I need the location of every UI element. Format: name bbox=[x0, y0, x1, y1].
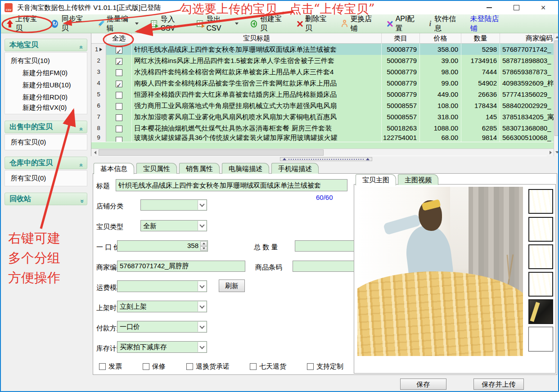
tab-basic-info[interactable]: 基本信息 bbox=[94, 163, 134, 174]
stepper-buttons[interactable] bbox=[200, 241, 207, 251]
sidebar-item-group-fm[interactable]: 新建分组FM(0) bbox=[23, 69, 68, 77]
minimize-button[interactable] bbox=[479, 1, 500, 14]
option-warranty[interactable]: 保修 bbox=[143, 362, 166, 371]
thumbnail-empty-slot[interactable] bbox=[528, 327, 553, 351]
vertical-scroll-thumb[interactable] bbox=[554, 41, 559, 136]
export-csv-dropdown-caret[interactable] bbox=[235, 23, 239, 25]
thumbnail-2[interactable] bbox=[528, 217, 553, 242]
seven-day-return-checkbox[interactable] bbox=[250, 363, 257, 370]
collapse-chevron-icon[interactable]: « bbox=[76, 127, 87, 131]
tab-pc-desc[interactable]: 电脑端描述 bbox=[222, 163, 269, 174]
dropdown-button[interactable] bbox=[198, 281, 206, 291]
shipping-template-select[interactable] bbox=[117, 280, 207, 292]
vertical-scrollbar[interactable] bbox=[554, 33, 559, 156]
payment-select[interactable]: 一口价 bbox=[117, 321, 207, 333]
thumbnail-5[interactable] bbox=[528, 299, 553, 324]
dropdown-button[interactable] bbox=[198, 221, 206, 230]
row-checkbox[interactable] bbox=[116, 47, 122, 54]
dropdown-button[interactable] bbox=[198, 342, 206, 352]
horizontal-scroll-thumb[interactable] bbox=[99, 149, 324, 156]
col-price[interactable]: 价格 bbox=[420, 33, 461, 44]
horizontal-scrollbar[interactable] bbox=[91, 149, 554, 156]
row-checkbox[interactable] bbox=[116, 92, 122, 99]
row-checkbox[interactable] bbox=[116, 114, 122, 121]
delete-item-button[interactable]: 删除宝贝 bbox=[296, 14, 329, 33]
table-row[interactable]: 9 玻璃拔火罐拔罐器具36个传统拔火罐套装火罐加厚家用玻璃罐拔火罐 122754… bbox=[91, 134, 554, 142]
sidebar-section-local[interactable]: 本地宝贝« bbox=[5, 39, 87, 51]
collapse-chevron-icon[interactable]: « bbox=[76, 45, 87, 49]
sidebar-item-all-selling[interactable]: 所有宝贝(0) bbox=[11, 138, 46, 147]
col-quantity[interactable]: 数量 bbox=[461, 33, 500, 44]
option-return-promise[interactable]: 退换货承诺 bbox=[186, 362, 230, 371]
stepper-up-button[interactable] bbox=[200, 241, 207, 246]
sidebar-section-recycle[interactable]: 回收站« bbox=[5, 193, 87, 205]
stock-count-select[interactable]: 买家拍下减库存 bbox=[117, 341, 207, 353]
sidebar-item-all-warehouse[interactable]: 所有宝贝(0) bbox=[11, 174, 46, 183]
col-title[interactable]: 宝贝标题 bbox=[132, 33, 382, 44]
thumbnail-4[interactable] bbox=[528, 272, 553, 297]
table-row[interactable]: 3 水洗棉四件套纯棉全棉宿舍网红款床单被套床上用品单人床三件套4 5000877… bbox=[91, 66, 554, 77]
tab-sale-attrs[interactable]: 销售属性 bbox=[179, 163, 220, 174]
dropdown-button[interactable] bbox=[198, 322, 206, 332]
scroll-up-button[interactable] bbox=[554, 33, 559, 41]
table-row[interactable]: 8 日本樱花抽油烟机燃气灶煤气灶具热水器消毒柜套餐 厨房三件套装 5001826… bbox=[91, 122, 554, 134]
shop-category-select[interactable] bbox=[140, 199, 207, 211]
row-checkbox[interactable] bbox=[116, 126, 122, 132]
import-csv-button[interactable]: 导入CSV bbox=[151, 15, 185, 32]
dropdown-button[interactable] bbox=[198, 200, 206, 210]
row-checkbox[interactable] bbox=[116, 69, 122, 76]
sidebar-item-all-local[interactable]: 所有宝贝(10) bbox=[11, 57, 50, 65]
software-info-button[interactable]: i软件信息 bbox=[429, 14, 458, 33]
collapse-chevron-icon[interactable]: « bbox=[76, 163, 87, 167]
batch-edit-dropdown-caret[interactable] bbox=[135, 23, 139, 25]
splitter-bar[interactable] bbox=[91, 156, 559, 162]
option-invoice[interactable]: 发票 bbox=[99, 362, 122, 371]
sidebar-section-selling[interactable]: 出售中的宝贝« bbox=[5, 121, 87, 133]
scroll-left-button[interactable] bbox=[91, 149, 99, 156]
merchant-code-input[interactable]: 576877071742_屑脝脝 bbox=[117, 261, 245, 272]
scroll-right-button[interactable] bbox=[547, 149, 554, 156]
main-product-photo[interactable] bbox=[357, 187, 523, 356]
option-7day-return[interactable]: 七天退货 bbox=[250, 362, 286, 371]
item-type-select[interactable]: 全新 bbox=[140, 220, 207, 231]
row-checkbox[interactable] bbox=[116, 137, 122, 142]
sidebar-section-warehouse[interactable]: 仓库中的宝贝« bbox=[5, 157, 87, 169]
stepper-down-button[interactable] bbox=[200, 246, 207, 251]
save-button[interactable]: 保存 bbox=[400, 378, 446, 390]
expand-chevron-icon[interactable]: « bbox=[76, 199, 87, 203]
table-row[interactable]: 2 网红水洗棉ins风床上用品四件套1.5被套床单人学生宿舍被子三件套 5000… bbox=[91, 55, 554, 66]
row-checkbox[interactable] bbox=[116, 103, 122, 110]
maximize-button[interactable] bbox=[506, 1, 527, 14]
table-row[interactable]: 4 南极人四件套全棉纯棉床品被套学生宿舍三件套网红款床单床上用品 5000877… bbox=[91, 77, 554, 89]
sync-item-button[interactable]: ↻同步宝贝 bbox=[51, 14, 85, 33]
warranty-checkbox[interactable] bbox=[143, 363, 149, 370]
col-category[interactable]: 类目 bbox=[382, 33, 420, 44]
splitter-handle[interactable] bbox=[280, 157, 372, 161]
upload-item-button[interactable]: 上传宝贝 bbox=[6, 14, 39, 33]
listing-time-select[interactable]: 立刻上架 bbox=[117, 301, 207, 312]
scroll-down-button[interactable] bbox=[554, 149, 559, 156]
row-checkbox[interactable] bbox=[116, 81, 122, 87]
batch-edit-button[interactable]: 批量编辑 bbox=[98, 14, 131, 33]
col-code[interactable]: 商家编码 bbox=[500, 33, 554, 44]
tab-mobile-desc[interactable]: 手机端描述 bbox=[271, 163, 319, 174]
table-row[interactable]: 1 针织毛线水晶绒床上四件套女秋冬加厚珊瑚绒双面绒床单法兰绒被套 5000877… bbox=[91, 44, 554, 55]
price-stepper[interactable]: 358 bbox=[117, 240, 208, 252]
thumbnail-1[interactable] bbox=[528, 189, 553, 214]
sidebar-item-group-ub[interactable]: 新建分组UB(10) bbox=[23, 81, 71, 90]
col-select-all[interactable]: 全选 bbox=[106, 33, 132, 44]
sidebar-item-group-rd[interactable]: 新建分组RD(0) bbox=[23, 93, 68, 102]
tab-main-video[interactable]: 主图视频 bbox=[398, 174, 438, 185]
tab-item-attrs[interactable]: 宝贝属性 bbox=[136, 163, 177, 174]
login-status[interactable]: 未登陆店铺 bbox=[470, 14, 501, 33]
table-row[interactable]: 6 强力商用工业风扇落地式牛角扇壁挂扇机械立式大功率超强风电风扇 5000855… bbox=[91, 100, 554, 111]
thumbnail-3[interactable] bbox=[528, 244, 553, 269]
tab-main-image[interactable]: 宝贝主图 bbox=[356, 174, 396, 185]
close-button[interactable]: × bbox=[533, 1, 554, 14]
invoice-checkbox[interactable] bbox=[99, 363, 106, 370]
export-csv-button[interactable]: 导出CSV bbox=[197, 15, 230, 32]
return-promise-checkbox[interactable] bbox=[186, 363, 193, 370]
switch-shop-button[interactable]: 更换店铺 bbox=[341, 14, 374, 33]
create-item-button[interactable]: 创建宝贝 bbox=[251, 14, 284, 33]
api-config-button[interactable]: API配置 bbox=[386, 14, 417, 33]
